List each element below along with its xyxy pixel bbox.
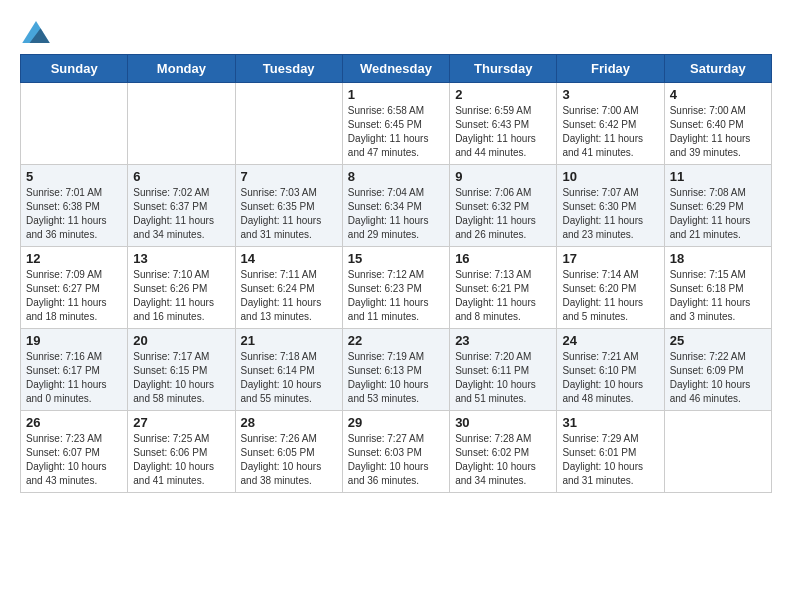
day-number: 4 (670, 87, 766, 102)
day-number: 5 (26, 169, 122, 184)
day-header-sunday: Sunday (21, 55, 128, 83)
day-number: 1 (348, 87, 444, 102)
day-number: 15 (348, 251, 444, 266)
day-number: 16 (455, 251, 551, 266)
day-info: Sunrise: 7:02 AM Sunset: 6:37 PM Dayligh… (133, 186, 229, 242)
day-number: 9 (455, 169, 551, 184)
calendar-cell: 6Sunrise: 7:02 AM Sunset: 6:37 PM Daylig… (128, 165, 235, 247)
day-number: 18 (670, 251, 766, 266)
calendar-cell: 16Sunrise: 7:13 AM Sunset: 6:21 PM Dayli… (450, 247, 557, 329)
day-info: Sunrise: 7:19 AM Sunset: 6:13 PM Dayligh… (348, 350, 444, 406)
calendar-cell: 12Sunrise: 7:09 AM Sunset: 6:27 PM Dayli… (21, 247, 128, 329)
calendar-cell: 1Sunrise: 6:58 AM Sunset: 6:45 PM Daylig… (342, 83, 449, 165)
day-number: 30 (455, 415, 551, 430)
calendar-cell: 14Sunrise: 7:11 AM Sunset: 6:24 PM Dayli… (235, 247, 342, 329)
day-number: 20 (133, 333, 229, 348)
day-number: 23 (455, 333, 551, 348)
day-number: 6 (133, 169, 229, 184)
day-info: Sunrise: 7:11 AM Sunset: 6:24 PM Dayligh… (241, 268, 337, 324)
calendar-cell: 30Sunrise: 7:28 AM Sunset: 6:02 PM Dayli… (450, 411, 557, 493)
calendar-cell: 9Sunrise: 7:06 AM Sunset: 6:32 PM Daylig… (450, 165, 557, 247)
day-info: Sunrise: 7:22 AM Sunset: 6:09 PM Dayligh… (670, 350, 766, 406)
day-number: 28 (241, 415, 337, 430)
page-header (20, 20, 772, 44)
day-number: 2 (455, 87, 551, 102)
day-info: Sunrise: 7:00 AM Sunset: 6:40 PM Dayligh… (670, 104, 766, 160)
calendar-cell: 4Sunrise: 7:00 AM Sunset: 6:40 PM Daylig… (664, 83, 771, 165)
calendar-cell: 28Sunrise: 7:26 AM Sunset: 6:05 PM Dayli… (235, 411, 342, 493)
calendar-cell: 19Sunrise: 7:16 AM Sunset: 6:17 PM Dayli… (21, 329, 128, 411)
day-info: Sunrise: 6:58 AM Sunset: 6:45 PM Dayligh… (348, 104, 444, 160)
calendar-cell: 22Sunrise: 7:19 AM Sunset: 6:13 PM Dayli… (342, 329, 449, 411)
day-number: 3 (562, 87, 658, 102)
day-info: Sunrise: 7:10 AM Sunset: 6:26 PM Dayligh… (133, 268, 229, 324)
calendar-cell (21, 83, 128, 165)
calendar-table: SundayMondayTuesdayWednesdayThursdayFrid… (20, 54, 772, 493)
calendar-cell: 26Sunrise: 7:23 AM Sunset: 6:07 PM Dayli… (21, 411, 128, 493)
day-info: Sunrise: 7:09 AM Sunset: 6:27 PM Dayligh… (26, 268, 122, 324)
header-row: SundayMondayTuesdayWednesdayThursdayFrid… (21, 55, 772, 83)
calendar-cell: 5Sunrise: 7:01 AM Sunset: 6:38 PM Daylig… (21, 165, 128, 247)
day-number: 25 (670, 333, 766, 348)
calendar-cell: 20Sunrise: 7:17 AM Sunset: 6:15 PM Dayli… (128, 329, 235, 411)
week-row-5: 26Sunrise: 7:23 AM Sunset: 6:07 PM Dayli… (21, 411, 772, 493)
day-number: 17 (562, 251, 658, 266)
calendar-cell: 23Sunrise: 7:20 AM Sunset: 6:11 PM Dayli… (450, 329, 557, 411)
day-number: 12 (26, 251, 122, 266)
day-number: 10 (562, 169, 658, 184)
logo-icon (22, 21, 50, 43)
day-number: 14 (241, 251, 337, 266)
week-row-1: 1Sunrise: 6:58 AM Sunset: 6:45 PM Daylig… (21, 83, 772, 165)
day-info: Sunrise: 7:29 AM Sunset: 6:01 PM Dayligh… (562, 432, 658, 488)
day-header-tuesday: Tuesday (235, 55, 342, 83)
calendar-cell: 29Sunrise: 7:27 AM Sunset: 6:03 PM Dayli… (342, 411, 449, 493)
calendar-cell: 8Sunrise: 7:04 AM Sunset: 6:34 PM Daylig… (342, 165, 449, 247)
day-number: 31 (562, 415, 658, 430)
day-header-saturday: Saturday (664, 55, 771, 83)
day-info: Sunrise: 7:21 AM Sunset: 6:10 PM Dayligh… (562, 350, 658, 406)
day-number: 26 (26, 415, 122, 430)
calendar-cell: 2Sunrise: 6:59 AM Sunset: 6:43 PM Daylig… (450, 83, 557, 165)
day-info: Sunrise: 6:59 AM Sunset: 6:43 PM Dayligh… (455, 104, 551, 160)
day-info: Sunrise: 7:20 AM Sunset: 6:11 PM Dayligh… (455, 350, 551, 406)
day-number: 24 (562, 333, 658, 348)
day-number: 8 (348, 169, 444, 184)
day-info: Sunrise: 7:23 AM Sunset: 6:07 PM Dayligh… (26, 432, 122, 488)
week-row-2: 5Sunrise: 7:01 AM Sunset: 6:38 PM Daylig… (21, 165, 772, 247)
week-row-4: 19Sunrise: 7:16 AM Sunset: 6:17 PM Dayli… (21, 329, 772, 411)
calendar-cell (128, 83, 235, 165)
day-info: Sunrise: 7:17 AM Sunset: 6:15 PM Dayligh… (133, 350, 229, 406)
day-info: Sunrise: 7:15 AM Sunset: 6:18 PM Dayligh… (670, 268, 766, 324)
day-info: Sunrise: 7:00 AM Sunset: 6:42 PM Dayligh… (562, 104, 658, 160)
day-header-thursday: Thursday (450, 55, 557, 83)
calendar-cell (664, 411, 771, 493)
day-info: Sunrise: 7:14 AM Sunset: 6:20 PM Dayligh… (562, 268, 658, 324)
day-number: 11 (670, 169, 766, 184)
calendar-cell: 15Sunrise: 7:12 AM Sunset: 6:23 PM Dayli… (342, 247, 449, 329)
day-number: 27 (133, 415, 229, 430)
day-info: Sunrise: 7:03 AM Sunset: 6:35 PM Dayligh… (241, 186, 337, 242)
calendar-cell (235, 83, 342, 165)
day-number: 13 (133, 251, 229, 266)
calendar-cell: 17Sunrise: 7:14 AM Sunset: 6:20 PM Dayli… (557, 247, 664, 329)
day-info: Sunrise: 7:08 AM Sunset: 6:29 PM Dayligh… (670, 186, 766, 242)
day-info: Sunrise: 7:27 AM Sunset: 6:03 PM Dayligh… (348, 432, 444, 488)
day-info: Sunrise: 7:16 AM Sunset: 6:17 PM Dayligh… (26, 350, 122, 406)
calendar-cell: 21Sunrise: 7:18 AM Sunset: 6:14 PM Dayli… (235, 329, 342, 411)
day-info: Sunrise: 7:25 AM Sunset: 6:06 PM Dayligh… (133, 432, 229, 488)
calendar-cell: 18Sunrise: 7:15 AM Sunset: 6:18 PM Dayli… (664, 247, 771, 329)
day-info: Sunrise: 7:18 AM Sunset: 6:14 PM Dayligh… (241, 350, 337, 406)
day-number: 22 (348, 333, 444, 348)
calendar-cell: 24Sunrise: 7:21 AM Sunset: 6:10 PM Dayli… (557, 329, 664, 411)
calendar-cell: 11Sunrise: 7:08 AM Sunset: 6:29 PM Dayli… (664, 165, 771, 247)
day-info: Sunrise: 7:12 AM Sunset: 6:23 PM Dayligh… (348, 268, 444, 324)
day-header-friday: Friday (557, 55, 664, 83)
day-number: 29 (348, 415, 444, 430)
day-number: 7 (241, 169, 337, 184)
logo (20, 20, 50, 44)
day-info: Sunrise: 7:06 AM Sunset: 6:32 PM Dayligh… (455, 186, 551, 242)
calendar-cell: 25Sunrise: 7:22 AM Sunset: 6:09 PM Dayli… (664, 329, 771, 411)
calendar-cell: 3Sunrise: 7:00 AM Sunset: 6:42 PM Daylig… (557, 83, 664, 165)
day-info: Sunrise: 7:04 AM Sunset: 6:34 PM Dayligh… (348, 186, 444, 242)
calendar-cell: 7Sunrise: 7:03 AM Sunset: 6:35 PM Daylig… (235, 165, 342, 247)
